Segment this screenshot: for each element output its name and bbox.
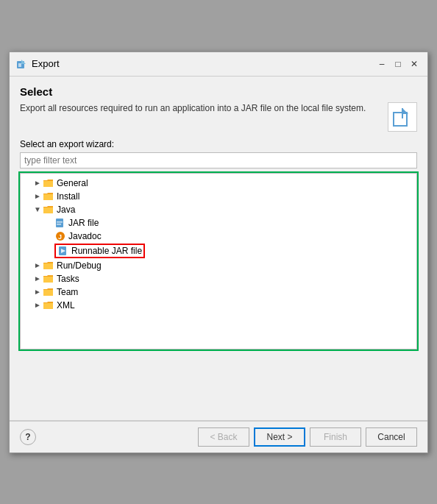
- spacer: [10, 355, 427, 414]
- svg-marker-1: [21, 60, 26, 64]
- export-icon-box: [388, 102, 417, 132]
- bottom-bar: ? < Back Next > Finish Cancel: [10, 421, 427, 452]
- tree-label-tasks: Tasks: [57, 274, 79, 284]
- svg-rect-5: [402, 108, 403, 118]
- folder-install-icon: [43, 191, 54, 202]
- description-text: Export all resources required to run an …: [20, 102, 380, 115]
- svg-rect-7: [57, 221, 63, 223]
- runnable-jar-icon: [57, 245, 69, 257]
- content-area: Select Export all resources required to …: [10, 77, 427, 355]
- svg-text:J: J: [58, 233, 62, 241]
- cancel-button[interactable]: Cancel: [366, 427, 417, 447]
- toggle-tasks[interactable]: ►: [32, 274, 43, 284]
- folder-team-icon: [43, 286, 54, 298]
- tree-item-tasks[interactable]: ► Tasks: [21, 272, 416, 285]
- toggle-team[interactable]: ►: [32, 287, 43, 297]
- tree-label-xml: XML: [57, 300, 75, 310]
- title-bar-controls: – □ ✕: [374, 57, 422, 71]
- tree-item-javadoc[interactable]: ► J Javadoc: [21, 230, 416, 243]
- bottom-right: < Back Next > Finish Cancel: [198, 427, 417, 447]
- tree-label-general: General: [57, 178, 88, 188]
- folder-xml-icon: [43, 299, 54, 311]
- next-button[interactable]: Next >: [254, 427, 305, 447]
- tree-item-install[interactable]: ► Install: [21, 190, 416, 203]
- page-title: Select: [20, 85, 417, 98]
- tree-panel[interactable]: ► General ► Install ▼: [20, 173, 417, 349]
- minimize-button[interactable]: –: [374, 57, 389, 71]
- tree-item-java[interactable]: ▼ Java: [21, 203, 416, 216]
- toggle-install[interactable]: ►: [32, 191, 43, 202]
- tree-label-run-debug: Run/Debug: [57, 260, 102, 271]
- export-large-icon: [392, 107, 413, 127]
- folder-tasks-icon: [43, 273, 54, 285]
- svg-marker-4: [402, 108, 408, 114]
- toggle-xml[interactable]: ►: [32, 300, 43, 310]
- folder-java-icon: [43, 204, 54, 216]
- title-bar-left: Export: [15, 58, 60, 70]
- folder-run-debug-icon: [43, 260, 54, 271]
- toggle-run-debug[interactable]: ►: [32, 260, 43, 271]
- window-icon: [15, 58, 27, 70]
- svg-rect-3: [394, 113, 407, 126]
- description-row: Export all resources required to run an …: [20, 102, 417, 132]
- javadoc-icon: J: [54, 230, 66, 242]
- title-bar: Export – □ ✕: [10, 52, 427, 77]
- back-button[interactable]: < Back: [198, 427, 249, 447]
- tree-item-run-debug[interactable]: ► Run/Debug: [21, 259, 416, 272]
- folder-general-icon: [43, 177, 54, 189]
- toggle-java[interactable]: ▼: [32, 205, 43, 215]
- tree-label-javadoc: Javadoc: [68, 231, 102, 241]
- bottom-left: ?: [20, 429, 36, 445]
- wizard-label: Select an export wizard:: [20, 139, 417, 149]
- tree-item-jar-file[interactable]: ► JAR file: [21, 216, 416, 230]
- window-title: Export: [32, 58, 60, 69]
- runnable-jar-highlight: Runnable JAR file: [54, 244, 145, 258]
- tree-item-team[interactable]: ► Team: [21, 285, 416, 299]
- tree-item-runnable-jar[interactable]: ► Runnable JAR file: [21, 243, 416, 259]
- filter-input[interactable]: [20, 152, 417, 168]
- tree-label-runnable-jar: Runnable JAR file: [71, 246, 142, 256]
- tree-label-team: Team: [57, 287, 78, 297]
- tree-item-general[interactable]: ► General: [21, 177, 416, 190]
- svg-rect-6: [56, 219, 63, 227]
- tree-label-jar-file: JAR file: [68, 218, 99, 228]
- close-button[interactable]: ✕: [407, 57, 422, 71]
- tree-label-install: Install: [57, 191, 79, 202]
- toggle-general[interactable]: ►: [32, 178, 43, 188]
- maximize-button[interactable]: □: [391, 57, 405, 71]
- tree-item-xml[interactable]: ► XML: [21, 299, 416, 312]
- finish-button[interactable]: Finish: [310, 427, 361, 447]
- jar-file-icon: [54, 217, 66, 229]
- svg-rect-2: [18, 63, 21, 67]
- help-button[interactable]: ?: [20, 429, 36, 445]
- tree-label-java: Java: [57, 205, 75, 215]
- svg-rect-8: [57, 224, 61, 225]
- export-dialog: Export – □ ✕ Select Export all resources…: [9, 52, 428, 453]
